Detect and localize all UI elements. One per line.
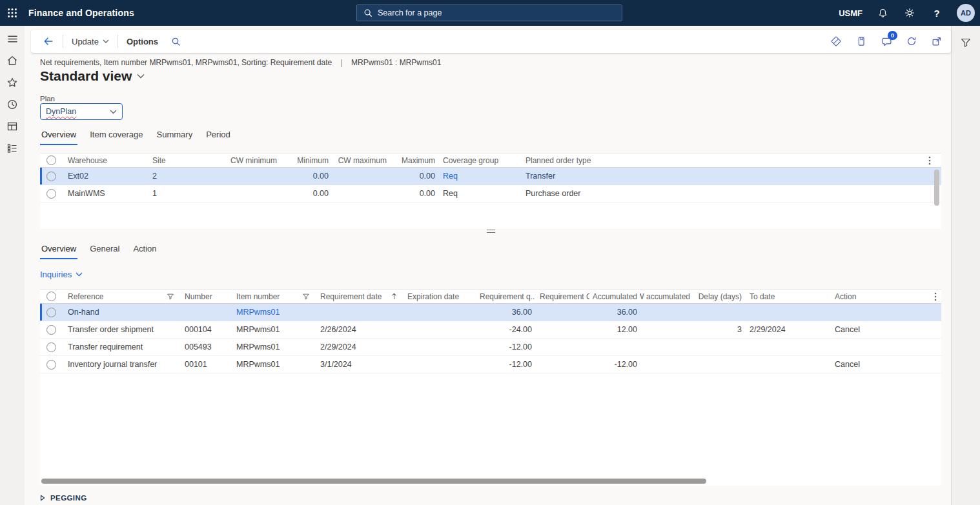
cell-reference[interactable]: On-hand bbox=[63, 304, 179, 321]
page-search-input[interactable]: Search for a page bbox=[356, 5, 622, 21]
open-in-new-window-icon[interactable] bbox=[930, 35, 943, 48]
sidebar-item-favorites[interactable] bbox=[6, 76, 19, 89]
grid-splitter[interactable] bbox=[40, 228, 941, 234]
tab-overview-bottom[interactable]: Overview bbox=[40, 242, 77, 259]
sidebar-item-workspaces[interactable] bbox=[6, 120, 19, 133]
pegging-label: PEGGING bbox=[50, 494, 87, 502]
task-guide-icon[interactable] bbox=[855, 35, 868, 48]
grid2-horizontal-scrollbar[interactable] bbox=[41, 479, 706, 484]
cell-item-number[interactable]: MRPwms01 bbox=[231, 356, 315, 373]
cell-expiration-date bbox=[402, 356, 475, 373]
chat-messages-icon[interactable]: 0 bbox=[880, 35, 893, 48]
cell-coverage-group-link[interactable]: Req bbox=[438, 168, 520, 184]
view-selector[interactable]: Standard view bbox=[40, 68, 145, 84]
company-picker[interactable]: USMF bbox=[839, 8, 863, 18]
cell-reference[interactable]: Transfer requirement bbox=[63, 339, 179, 355]
grid2-more-options-icon[interactable] bbox=[934, 292, 937, 304]
refresh-icon[interactable] bbox=[905, 35, 918, 48]
options-button[interactable]: Options bbox=[120, 33, 165, 50]
plan-combobox[interactable]: DynPlan bbox=[40, 103, 123, 120]
action-pane: Update Options 0 bbox=[31, 30, 951, 53]
cell-item-number[interactable]: MRPwms01 bbox=[231, 321, 315, 338]
col-header-minimum[interactable]: Minimum bbox=[280, 153, 331, 167]
row-select-radio[interactable] bbox=[46, 342, 56, 352]
col-header-coverage-group[interactable]: Coverage group bbox=[438, 153, 520, 167]
sidebar-item-home[interactable] bbox=[6, 54, 19, 67]
col-header-planned-order-type[interactable]: Planned order type bbox=[520, 153, 941, 167]
cell-item-number[interactable]: MRPwms01 bbox=[231, 339, 315, 355]
row-select-radio[interactable] bbox=[46, 172, 56, 181]
expand-triangle-icon bbox=[40, 495, 45, 501]
inquiries-menu-button[interactable]: Inquiries bbox=[40, 270, 83, 279]
col-header-cw-maximum[interactable]: CW maximum bbox=[331, 153, 389, 167]
help-icon[interactable]: ? bbox=[930, 6, 944, 20]
cell-requirement-quantity: 36.00 bbox=[475, 304, 535, 321]
toolbar-search-button[interactable] bbox=[165, 33, 187, 50]
hamburger-menu-icon[interactable] bbox=[6, 32, 19, 45]
select-all-radio[interactable] bbox=[46, 155, 56, 165]
settings-gear-icon[interactable] bbox=[903, 6, 917, 20]
tab-overview[interactable]: Overview bbox=[40, 128, 77, 145]
select-all-radio[interactable] bbox=[46, 292, 56, 301]
tab-period[interactable]: Period bbox=[205, 128, 232, 145]
col-header-cw-minimum[interactable]: CW minimum bbox=[215, 153, 280, 167]
cell-warehouse[interactable]: Ext02 bbox=[63, 168, 147, 184]
splitter-handle-icon bbox=[487, 230, 495, 233]
table-row[interactable]: Transfer requirement 005493 MRPwms01 2/2… bbox=[40, 339, 941, 356]
col-header-requirement-cw[interactable]: Requirement C... bbox=[535, 290, 589, 303]
notifications-bell-icon[interactable] bbox=[875, 6, 890, 20]
col-header-reference[interactable]: Reference bbox=[63, 290, 179, 303]
cell-delay-days: 3 bbox=[693, 321, 744, 338]
table-row[interactable]: Inventory journal transfer 00101 MRPwms0… bbox=[40, 356, 941, 373]
col-header-item-number[interactable]: Item number bbox=[231, 290, 315, 303]
cell-to-date bbox=[744, 356, 825, 373]
cell-action[interactable]: Cancel bbox=[825, 356, 941, 373]
sidebar-item-recent[interactable] bbox=[6, 98, 19, 111]
tab-general[interactable]: General bbox=[88, 242, 121, 259]
col-header-maximum[interactable]: Maximum bbox=[389, 153, 438, 167]
tab-summary[interactable]: Summary bbox=[156, 128, 194, 145]
plan-value: DynPlan bbox=[46, 107, 76, 116]
table-row[interactable]: On-hand MRPwms01 36.00 36.00 bbox=[40, 304, 941, 321]
update-menu-button[interactable]: Update bbox=[65, 33, 116, 50]
col-header-number[interactable]: Number bbox=[179, 290, 231, 303]
col-header-action[interactable]: Action bbox=[825, 290, 941, 303]
scrollbar-thumb[interactable] bbox=[934, 170, 939, 206]
tab-item-coverage[interactable]: Item coverage bbox=[88, 128, 144, 145]
grid1-vertical-scrollbar[interactable] bbox=[934, 170, 939, 224]
cell-item-number-link[interactable]: MRPwms01 bbox=[231, 304, 315, 321]
row-select-radio[interactable] bbox=[46, 360, 56, 370]
table-row[interactable]: Transfer order shipment 000104 MRPwms01 … bbox=[40, 321, 941, 339]
power-apps-icon[interactable] bbox=[830, 35, 842, 48]
table-row[interactable]: Ext02 2 0.00 0.00 Req Transfer bbox=[40, 168, 941, 185]
grid1-more-options-icon[interactable] bbox=[928, 156, 931, 168]
table-row[interactable]: MainWMS 1 0.00 0.00 Req Purchase order bbox=[40, 185, 941, 203]
sidebar-item-modules[interactable] bbox=[6, 142, 19, 155]
col-header-site[interactable]: Site bbox=[147, 153, 215, 167]
col-header-cw-accumulated[interactable]: CW accumulated bbox=[640, 290, 693, 303]
col-header-delay-days[interactable]: Delay (days) bbox=[693, 290, 744, 303]
col-header-warehouse[interactable]: Warehouse bbox=[63, 153, 147, 167]
col-header-requirement-date[interactable]: Requirement date bbox=[315, 290, 402, 303]
col-header-expiration-date[interactable]: Expiration date bbox=[402, 290, 475, 303]
row-select-radio[interactable] bbox=[46, 189, 56, 199]
cell-reference[interactable]: Inventory journal transfer bbox=[63, 356, 179, 373]
avatar[interactable]: AD bbox=[957, 4, 975, 22]
cell-requirement-cw bbox=[535, 321, 589, 338]
back-button[interactable] bbox=[36, 33, 61, 50]
row-select-radio[interactable] bbox=[46, 325, 56, 335]
col-header-to-date[interactable]: To date bbox=[744, 290, 825, 303]
app-launcher-icon[interactable] bbox=[0, 0, 25, 26]
cell-reference[interactable]: Transfer order shipment bbox=[63, 321, 179, 338]
col-header-accumulated[interactable]: Accumulated bbox=[589, 290, 640, 303]
page-title: Standard view bbox=[40, 68, 132, 84]
cell-warehouse[interactable]: MainWMS bbox=[63, 185, 147, 202]
tab-action[interactable]: Action bbox=[132, 242, 158, 259]
cell-coverage-group[interactable]: Req bbox=[438, 185, 520, 202]
pegging-section-toggle[interactable]: PEGGING bbox=[40, 494, 87, 502]
cell-action[interactable]: Cancel bbox=[825, 321, 941, 338]
row-select-radio[interactable] bbox=[46, 308, 56, 317]
filter-pane-icon[interactable] bbox=[960, 37, 972, 48]
filter-funnel-icon bbox=[167, 293, 174, 301]
col-header-requirement-quantity[interactable]: Requirement q... bbox=[475, 290, 535, 303]
